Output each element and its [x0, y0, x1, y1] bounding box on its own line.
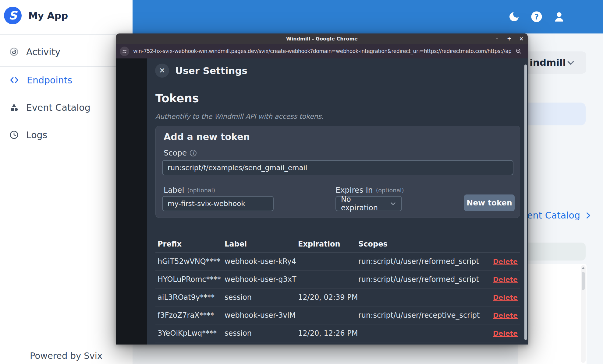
tokens-subtitle: Authentify to the Windmill API with acce… [155, 113, 324, 120]
close-icon: ✕ [159, 66, 165, 75]
zoom-icon[interactable] [515, 48, 522, 55]
divider [0, 34, 133, 35]
cell-expiration: 12/20, 12:26 PM [298, 329, 358, 338]
minimize-button[interactable]: – [494, 36, 500, 41]
cell-prefix: 3YeOiKpLwq**** [158, 329, 225, 338]
account-button[interactable] [552, 10, 566, 23]
cell-prefix: f3FzoZ7raX**** [158, 311, 225, 320]
chevron-right-icon [584, 211, 592, 220]
drawer-title: User Settings [175, 65, 247, 76]
endpoints-icon [9, 75, 20, 85]
divider [0, 66, 133, 67]
logs-icon [9, 130, 19, 140]
cell-prefix: aiL3ROat9y**** [158, 293, 225, 302]
cell-scopes: run:script/u/user/reformed_script [358, 257, 490, 266]
event-catalog-link[interactable]: ent Catalog [527, 210, 592, 221]
sidebar-item-label: Event Catalog [26, 102, 90, 113]
dark-mode-toggle[interactable] [507, 10, 521, 23]
close-drawer-button[interactable]: ✕ [155, 64, 169, 78]
window-title: Windmill - Google Chrome [286, 36, 358, 42]
info-icon[interactable]: i [190, 150, 197, 156]
expiration-select[interactable]: No expiration [335, 196, 402, 211]
delete-token-link[interactable]: Delete [493, 258, 518, 265]
scrollbar-thumb [582, 272, 585, 290]
sidebar-item-activity[interactable]: Activity [9, 46, 60, 58]
table-row: hGiT52wVNQ**** webhook-user-kRy4 run:scr… [155, 253, 520, 271]
sidebar-item-endpoints[interactable]: Endpoints [9, 74, 72, 86]
cell-prefix: hGiT52wVNQ**** [158, 257, 225, 266]
user-settings-drawer: ✕ User Settings Tokens Authentify to the… [147, 58, 528, 345]
app-name: My App [28, 10, 68, 21]
cell-label: session [225, 329, 298, 338]
cell-scopes: run:script/u/user/reformed_script [358, 275, 490, 284]
col-expiration: Expiration [298, 240, 358, 248]
tokens-heading: Tokens [155, 92, 520, 109]
chevron-down-icon [566, 58, 576, 68]
event-catalog-icon [9, 103, 19, 112]
close-button[interactable]: × [519, 36, 524, 41]
chevron-down-icon [389, 200, 397, 208]
powered-by-svix: Powered by Svix [30, 351, 102, 361]
col-label: Label [225, 240, 298, 248]
scope-input[interactable]: run:script/f/examples/send_gmail_email [162, 160, 513, 175]
delete-token-link[interactable]: Delete [493, 312, 518, 319]
cell-label: webhook-user-3vlM [225, 311, 298, 320]
sidebar-item-label: Logs [26, 130, 47, 140]
app-brand: S My App [4, 7, 68, 24]
background-panel [518, 264, 587, 364]
add-token-card: Add a new token Scope i run:script/f/exa… [155, 126, 520, 218]
activity-icon [9, 47, 19, 57]
table-row: 3YeOiKpLwq**** session 12/20, 12:26 PM D… [155, 324, 520, 342]
table-row: aiL3ROat9y**** session 12/20, 02:39 PM D… [155, 289, 520, 306]
expires-in-label: Expires In (optional) [335, 186, 404, 194]
delete-token-link[interactable]: Delete [493, 330, 518, 337]
drawer-scrollbar[interactable] [524, 65, 527, 340]
window-titlebar[interactable]: Windmill - Google Chrome – + × [116, 33, 528, 44]
delete-token-link[interactable]: Delete [493, 276, 518, 283]
divider [147, 81, 528, 81]
cell-prefix: HYOLuPRomc**** [158, 275, 225, 284]
cell-scopes: run:script/u/user/receptive_script [358, 311, 490, 320]
col-scopes: Scopes [358, 240, 490, 248]
modal-backdrop[interactable] [116, 58, 147, 345]
chrome-window: Windmill - Google Chrome – + × win-752-f… [116, 33, 528, 345]
moon-icon [508, 11, 520, 23]
site-settings-icon [122, 48, 127, 54]
cell-label: webhook-user-g3xT [225, 275, 298, 284]
cell-label: webhook-user-kRy4 [225, 257, 298, 266]
add-token-title: Add a new token [164, 131, 250, 142]
cell-label: session [225, 293, 298, 302]
sidebar-item-logs[interactable]: Logs [9, 129, 47, 141]
table-header: Prefix Label Expiration Scopes [155, 236, 520, 253]
sidebar: S My App Activity Endpoints Event Catalo… [0, 0, 133, 364]
label-input[interactable]: my-first-svix-webhook [162, 196, 274, 211]
scope-label: Scope i [164, 149, 197, 157]
address-bar[interactable]: win-752-fix-svix-webhook-win.windmill.pa… [116, 44, 528, 58]
col-prefix: Prefix [158, 240, 225, 248]
table-row: HYOLuPRomc**** webhook-user-g3xT run:scr… [155, 271, 520, 289]
table-row: f3FzoZ7raX**** webhook-user-3vlM run:scr… [155, 306, 520, 324]
tokens-table: Prefix Label Expiration Scopes hGiT52wVN… [155, 236, 520, 342]
scroll-up-arrow-icon [582, 267, 585, 269]
browser-viewport: ✕ User Settings Tokens Authentify to the… [116, 58, 528, 345]
sidebar-item-event-catalog[interactable]: Event Catalog [9, 101, 90, 114]
new-token-button[interactable]: New token [464, 194, 515, 211]
site-settings-button[interactable] [120, 47, 129, 56]
maximize-button[interactable]: + [506, 36, 512, 41]
sidebar-item-label: Endpoints [27, 75, 72, 86]
screen: ? indmill ent Catalog [0, 0, 603, 364]
sidebar-item-label: Activity [26, 47, 60, 57]
help-button[interactable]: ? [530, 10, 543, 23]
svg-text:?: ? [534, 12, 539, 21]
svix-logo-icon: S [4, 7, 22, 24]
user-icon [553, 10, 566, 23]
background-scrollbar[interactable] [581, 265, 586, 363]
url-field[interactable]: win-752-fix-svix-webhook-win.windmill.pa… [133, 44, 511, 58]
app-header: ? [133, 0, 603, 33]
cell-expiration: 12/20, 02:39 PM [298, 293, 358, 302]
delete-token-link[interactable]: Delete [493, 294, 518, 301]
label-label: Label (optional) [164, 186, 215, 194]
help-icon: ? [530, 10, 543, 23]
workspace-label: indmill [530, 57, 566, 68]
